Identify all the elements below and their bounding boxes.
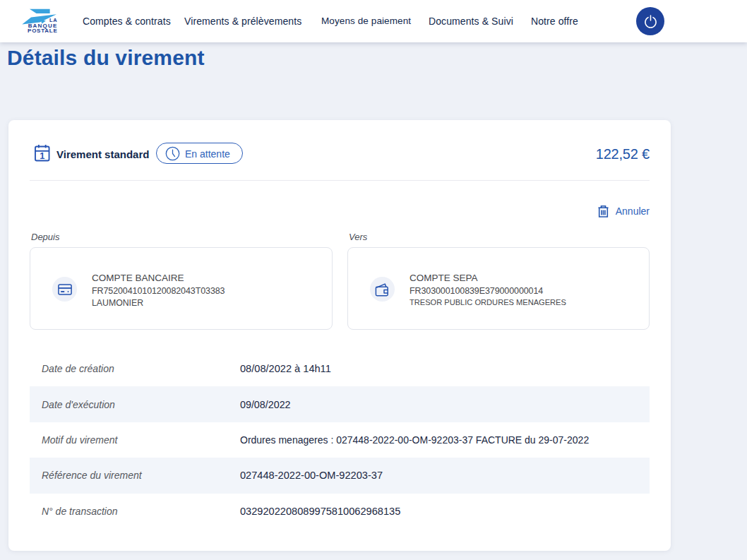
svg-text:1: 1: [40, 150, 44, 161]
svg-text:POSTALE: POSTALE: [28, 28, 57, 34]
